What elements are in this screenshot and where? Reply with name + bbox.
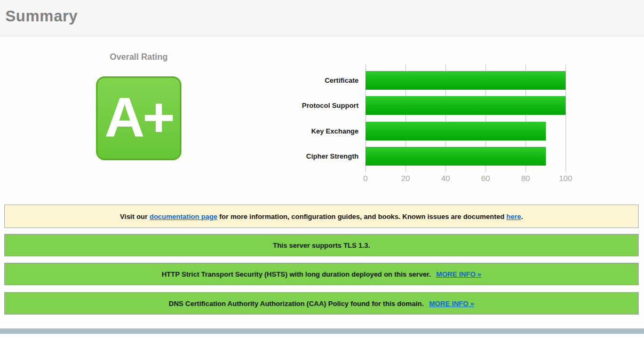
hsts-more-info-link[interactable]: MORE INFO »	[436, 270, 482, 278]
chart-bar-certificate	[365, 71, 566, 90]
footer-bar	[0, 328, 644, 334]
known-issues-link[interactable]: here	[506, 213, 521, 221]
caa-more-info-link[interactable]: MORE INFO »	[429, 300, 474, 308]
chart-axis-tick-label: 100	[550, 174, 582, 183]
chart-axis-tick-label: 0	[349, 174, 381, 183]
overall-rating-label: Overall Rating	[75, 52, 203, 62]
page-title: Summary	[5, 7, 78, 25]
grade-badge: A+	[96, 76, 181, 160]
notice-text: DNS Certification Authority Authorizatio…	[169, 300, 424, 308]
documentation-page-link[interactable]: documentation page	[149, 213, 217, 221]
grade-value: A+	[105, 89, 173, 148]
chart-bar-protocol-support	[365, 96, 566, 115]
chart-axis-tick-label: 80	[510, 174, 542, 183]
notice-caa: DNS Certification Authority Authorizatio…	[4, 292, 639, 315]
chart-category-label: Key Exchange	[288, 122, 359, 140]
notice-text-segment: .	[521, 213, 523, 221]
chart-axis-tick-label: 20	[389, 174, 422, 183]
chart-grid-line	[566, 64, 566, 172]
notice-documentation: Visit our documentation page for more in…	[4, 205, 639, 228]
notice-text-segment: for more information, configuration guid…	[217, 213, 506, 221]
notice-text: This server supports TLS 1.3.	[273, 241, 370, 249]
chart-category-label: Protocol Support	[288, 96, 359, 115]
notice-hsts: HTTP Strict Transport Security (HSTS) wi…	[4, 263, 639, 285]
notice-text: HTTP Strict Transport Security (HSTS) wi…	[162, 270, 431, 278]
chart-category-label: Cipher Strength	[288, 147, 359, 166]
summary-header: Summary	[0, 0, 644, 36]
notice-tls13: This server supports TLS 1.3.	[4, 234, 639, 256]
chart-bar-key-exchange	[365, 122, 546, 140]
chart-axis-tick-label: 40	[430, 174, 462, 183]
notice-text-segment: Visit our	[120, 213, 149, 221]
page: Summary Overall Rating A+ 020406080100Ce…	[0, 0, 644, 337]
chart-category-label: Certificate	[288, 71, 359, 90]
chart-axis-tick-label: 60	[470, 174, 502, 183]
chart-bar-cipher-strength	[365, 147, 546, 166]
notice-text: Visit our documentation page for more in…	[120, 213, 523, 221]
